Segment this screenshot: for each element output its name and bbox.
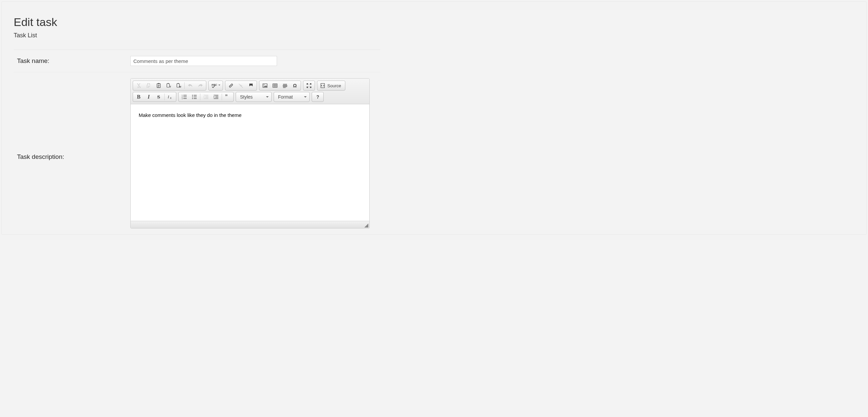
undo-icon[interactable] <box>185 81 195 90</box>
rich-text-editor: T W <box>130 78 370 229</box>
toolbar-group-clipboard: T W <box>133 80 206 91</box>
svg-rect-5 <box>167 83 170 87</box>
anchor-icon[interactable] <box>246 81 256 90</box>
styles-combo[interactable]: Styles <box>236 92 272 102</box>
toolbar-group-list: 123 <box>178 92 234 102</box>
toolbar-group-spell: ABC <box>208 80 223 91</box>
toolbar-group-basic: B I S Ix <box>133 92 176 102</box>
format-label: Format <box>278 94 293 100</box>
bold-icon[interactable]: B <box>134 93 144 101</box>
paste-text-icon[interactable]: T <box>164 81 174 90</box>
svg-text:3: 3 <box>182 98 183 100</box>
help-icon[interactable]: ? <box>313 93 323 101</box>
breadcrumb[interactable]: Task List <box>14 32 380 39</box>
svg-text:I: I <box>167 94 169 99</box>
svg-rect-6 <box>168 83 169 84</box>
bullet-list-icon[interactable] <box>189 93 199 101</box>
link-icon[interactable] <box>226 81 236 90</box>
numbered-list-icon[interactable]: 123 <box>179 93 189 101</box>
unlink-icon[interactable] <box>236 81 246 90</box>
svg-rect-1 <box>158 83 159 84</box>
svg-text:x: x <box>170 96 172 100</box>
svg-rect-31 <box>183 97 187 97</box>
copy-icon[interactable] <box>144 81 154 90</box>
svg-point-33 <box>192 95 193 96</box>
abc-text: ABC <box>211 83 217 86</box>
chevron-down-icon <box>266 96 269 98</box>
svg-point-12 <box>264 84 265 85</box>
svg-rect-43 <box>214 95 218 95</box>
source-label: Source <box>327 83 341 88</box>
svg-rect-18 <box>283 84 287 84</box>
task-description-row: Task description: <box>14 72 380 235</box>
svg-rect-13 <box>273 84 277 88</box>
svg-rect-44 <box>215 96 218 97</box>
svg-rect-46 <box>214 99 218 99</box>
svg-rect-37 <box>194 97 197 97</box>
toolbar-group-tools <box>303 80 315 91</box>
svg-text:T: T <box>170 85 171 88</box>
svg-rect-22 <box>283 88 286 88</box>
strike-icon[interactable]: S <box>154 93 164 101</box>
svg-rect-40 <box>205 96 208 97</box>
svg-rect-21 <box>283 86 287 87</box>
source-button[interactable]: Source <box>318 81 344 90</box>
remove-format-icon[interactable]: Ix <box>165 93 175 101</box>
horizontal-rule-icon[interactable] <box>280 81 290 90</box>
svg-rect-30 <box>183 95 187 96</box>
svg-text:W: W <box>179 85 181 88</box>
spellcheck-icon[interactable]: ABC <box>209 81 222 90</box>
indent-icon[interactable] <box>211 93 221 101</box>
toolbar-group-links <box>225 80 257 91</box>
svg-rect-0 <box>157 83 160 88</box>
blockquote-icon[interactable]: ” <box>223 93 232 101</box>
svg-rect-36 <box>194 95 197 96</box>
editor-content[interactable]: Make comments look like they do in the t… <box>131 104 369 221</box>
svg-rect-42 <box>204 99 208 99</box>
svg-rect-32 <box>183 98 187 99</box>
table-icon[interactable] <box>270 81 280 90</box>
styles-label: Styles <box>240 94 253 100</box>
page-title: Edit task <box>14 16 380 29</box>
svg-rect-3 <box>158 86 160 86</box>
task-name-row: Task name: <box>14 50 380 72</box>
svg-rect-9 <box>178 83 179 84</box>
paste-word-icon[interactable]: W <box>174 81 184 90</box>
svg-rect-45 <box>215 97 218 98</box>
svg-text:”: ” <box>225 94 228 100</box>
maximize-icon[interactable] <box>304 81 314 90</box>
cut-icon[interactable] <box>134 81 144 90</box>
svg-rect-20 <box>283 85 287 86</box>
svg-text:Ω: Ω <box>293 83 297 88</box>
italic-icon[interactable]: I <box>144 93 154 101</box>
task-name-input[interactable] <box>130 56 277 66</box>
image-icon[interactable] <box>260 81 270 90</box>
svg-rect-2 <box>158 85 160 85</box>
svg-rect-19 <box>283 85 287 85</box>
paste-icon[interactable] <box>154 81 164 90</box>
toolbar-group-source: Source <box>317 80 345 91</box>
task-name-label: Task name: <box>14 57 130 65</box>
main-panel: Edit task Task List Task name: Task desc… <box>1 1 867 235</box>
chevron-down-icon <box>304 96 307 98</box>
redo-icon[interactable] <box>195 81 205 90</box>
editor-footer <box>131 221 369 228</box>
special-char-icon[interactable]: Ω <box>290 81 300 90</box>
toolbar-group-insert: Ω <box>259 80 301 91</box>
svg-point-34 <box>192 97 193 98</box>
svg-rect-41 <box>205 97 208 98</box>
svg-text:?: ? <box>316 94 319 100</box>
svg-rect-39 <box>204 95 208 95</box>
editor-toolbar: T W <box>131 79 369 104</box>
svg-rect-4 <box>158 86 159 87</box>
format-combo[interactable]: Format <box>274 92 310 102</box>
svg-point-35 <box>192 98 193 99</box>
outdent-icon[interactable] <box>201 93 211 101</box>
task-description-label: Task description: <box>14 78 130 161</box>
toolbar-group-about: ? <box>312 92 324 102</box>
svg-rect-38 <box>194 98 197 99</box>
resize-handle-icon[interactable] <box>364 223 368 228</box>
